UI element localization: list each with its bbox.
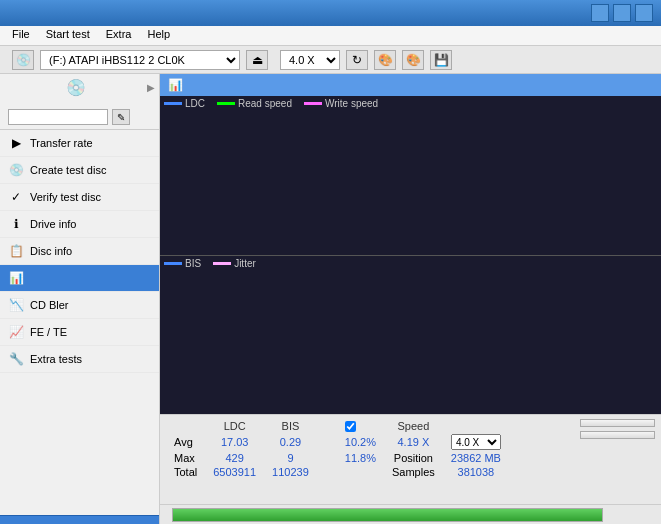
avg-bis: 0.29 <box>264 433 317 451</box>
cd-bler-icon: 📉 <box>8 297 24 313</box>
sidebar-item-create-test-disc[interactable]: 💿 Create test disc <box>0 157 159 184</box>
stats-area: LDC BIS Speed Avg <box>160 414 661 504</box>
sidebar-item-transfer-rate[interactable]: ▶ Transfer rate <box>0 130 159 157</box>
avg-ldc: 17.03 <box>205 433 264 451</box>
menu-help[interactable]: Help <box>139 28 178 43</box>
window-controls <box>591 4 653 22</box>
refresh-button[interactable]: ↻ <box>346 50 368 70</box>
sidebar-item-label: FE / TE <box>30 326 67 338</box>
start-full-button[interactable] <box>580 419 655 427</box>
drive-select[interactable]: (F:) ATAPI iHBS112 2 CL0K <box>40 50 240 70</box>
max-ldc: 429 <box>205 451 264 465</box>
maximize-button[interactable] <box>613 4 631 22</box>
chart1-legend: LDC Read speed Write speed <box>160 96 661 111</box>
color-button1[interactable]: 🎨 <box>374 50 396 70</box>
progress-bar-container <box>172 508 603 522</box>
sidebar-item-cd-bler[interactable]: 📉 CD Bler <box>0 292 159 319</box>
speed-dropdown[interactable]: 4.0 X <box>451 434 501 450</box>
sidebar-item-label: CD Bler <box>30 299 69 311</box>
drive-icon-button[interactable]: 💿 <box>12 50 34 70</box>
max-row-label: Max <box>166 451 205 465</box>
disc-quality-icon: 📊 <box>8 270 24 286</box>
avg-speed: 4.19 X <box>384 433 443 451</box>
max-jitter: 11.8% <box>337 451 384 465</box>
status-window-button[interactable] <box>0 515 159 524</box>
position-label: Position <box>384 451 443 465</box>
write-speed-legend-label: Write speed <box>325 98 378 109</box>
ldc-header: LDC <box>205 419 264 433</box>
menu-extra[interactable]: Extra <box>98 28 140 43</box>
charts-area: LDC Read speed Write speed <box>160 96 661 414</box>
write-speed-legend-item: Write speed <box>304 98 378 109</box>
disc-panel: 💿 ▶ ✎ <box>0 74 159 130</box>
drive-info-icon: ℹ <box>8 216 24 232</box>
titlebar <box>0 0 661 26</box>
samples-value: 381038 <box>443 465 509 479</box>
read-speed-legend-color <box>217 102 235 105</box>
sidebar-item-label: Disc info <box>30 245 72 257</box>
bis-header: BIS <box>264 419 317 433</box>
eject-button[interactable]: ⏏ <box>246 50 268 70</box>
minimize-button[interactable] <box>591 4 609 22</box>
sidebar-item-label: Create test disc <box>30 164 106 176</box>
start-part-button[interactable] <box>580 431 655 439</box>
menubar: File Start test Extra Help <box>0 26 661 46</box>
sidebar-item-disc-quality[interactable]: 📊 <box>0 265 159 292</box>
color-button2[interactable]: 🎨 <box>402 50 424 70</box>
jitter-checkbox[interactable] <box>345 421 356 432</box>
verify-disc-icon: ✓ <box>8 189 24 205</box>
jitter-col-header <box>337 419 384 433</box>
content-header: 📊 <box>160 74 661 96</box>
transfer-rate-icon: ▶ <box>8 135 24 151</box>
avg-jitter: 10.2% <box>337 433 384 451</box>
ldc-legend-label: LDC <box>185 98 205 109</box>
sidebar-item-drive-info[interactable]: ℹ Drive info <box>0 211 159 238</box>
sidebar-item-label: Transfer rate <box>30 137 93 149</box>
disc-info-icon: 📋 <box>8 243 24 259</box>
sidebar-item-label: Extra tests <box>30 353 82 365</box>
main-layout: 💿 ▶ ✎ <box>0 74 661 524</box>
create-disc-icon: 💿 <box>8 162 24 178</box>
sidebar-item-extra-tests[interactable]: 🔧 Extra tests <box>0 346 159 373</box>
chart2-container: BIS Jitter <box>160 256 661 415</box>
position-value: 23862 MB <box>443 451 509 465</box>
read-speed-legend-item: Read speed <box>217 98 292 109</box>
samples-label: Samples <box>384 465 443 479</box>
progress-area <box>160 504 661 524</box>
progress-bar-fill <box>173 509 602 521</box>
sidebar: 💿 ▶ ✎ <box>0 74 160 524</box>
sidebar-item-fe-te[interactable]: 📈 FE / TE <box>0 319 159 346</box>
label-input[interactable] <box>8 109 108 125</box>
read-speed-legend-label: Read speed <box>238 98 292 109</box>
save-button[interactable]: 💾 <box>430 50 452 70</box>
close-button[interactable] <box>635 4 653 22</box>
disc-icon: 💿 <box>66 78 86 97</box>
total-bis: 110239 <box>264 465 317 479</box>
ldc-legend-item: LDC <box>164 98 205 109</box>
speed-select[interactable]: 4.0 X <box>280 50 340 70</box>
fe-te-icon: 📈 <box>8 324 24 340</box>
bis-legend-label: BIS <box>185 258 201 269</box>
label-edit-button[interactable]: ✎ <box>112 109 130 125</box>
speed-header: Speed <box>384 419 443 433</box>
content-area: 📊 LDC Read speed Write <box>160 74 661 524</box>
bis-legend-item: BIS <box>164 258 201 269</box>
menu-file[interactable]: File <box>4 28 38 43</box>
extra-tests-icon: 🔧 <box>8 351 24 367</box>
disc-arrow-icon: ▶ <box>147 82 155 93</box>
sidebar-item-disc-info[interactable]: 📋 Disc info <box>0 238 159 265</box>
bis-jitter-chart <box>160 271 650 376</box>
sidebar-item-label: Drive info <box>30 218 76 230</box>
total-row-label: Total <box>166 465 205 479</box>
chart1-container: LDC Read speed Write speed <box>160 96 661 256</box>
ldc-chart <box>160 111 650 231</box>
write-speed-legend-color <box>304 102 322 105</box>
drivebar: 💿 (F:) ATAPI iHBS112 2 CL0K ⏏ 4.0 X ↻ 🎨 … <box>0 46 661 74</box>
chart2-legend: BIS Jitter <box>160 256 661 271</box>
sidebar-item-verify-test-disc[interactable]: ✓ Verify test disc <box>0 184 159 211</box>
action-buttons <box>580 419 655 439</box>
menu-start-test[interactable]: Start test <box>38 28 98 43</box>
avg-row-label: Avg <box>166 433 205 451</box>
sidebar-item-label: Verify test disc <box>30 191 101 203</box>
jitter-legend-color <box>213 262 231 265</box>
